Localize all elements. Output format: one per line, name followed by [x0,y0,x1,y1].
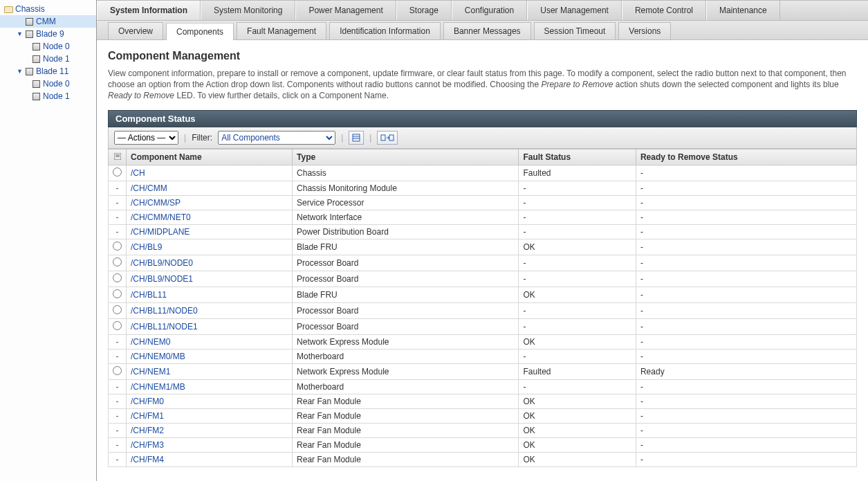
component-name-link[interactable]: /CH/BL9/NODE0 [127,255,293,271]
row-select[interactable] [109,318,127,334]
tree-label: Blade 11 [36,66,68,76]
cell-ready: - [636,408,856,423]
cell-type: Network Interface [293,210,519,224]
cell-fault: - [519,379,636,394]
component-name-link[interactable]: /CH/NEM0/MB [127,349,293,363]
component-name-link[interactable]: /CH/NEM1/MB [127,379,293,394]
component-name-link[interactable]: /CH/FM3 [127,437,293,452]
tree-item-node1[interactable]: Node 1 [0,53,96,65]
component-name-link[interactable]: /CH/BL9 [127,239,293,255]
expand-arrow-icon[interactable]: ▼ [17,30,24,37]
actions-select[interactable]: — Actions — [114,131,178,145]
cell-fault: - [519,181,636,195]
subtab-versions[interactable]: Versions [618,22,671,39]
row-select[interactable] [109,239,127,255]
cell-ready: - [636,181,856,195]
subtab-session-timeout[interactable]: Session Timeout [534,22,616,39]
tree-label: Blade 9 [36,29,64,39]
component-name-link[interactable]: /CH/BL9/NODE1 [127,271,293,287]
tab-system-information[interactable]: System Information [97,1,201,20]
tab-user-management[interactable]: User Management [527,1,622,20]
expand-arrow-icon[interactable]: ▼ [17,68,24,75]
cell-type: Motherboard [293,349,519,363]
tab-storage[interactable]: Storage [396,1,452,20]
columns-icon[interactable] [349,131,364,145]
separator: | [369,133,371,143]
component-name-link[interactable]: /CH/FM0 [127,394,293,408]
tree-root[interactable]: Chassis [0,3,96,15]
component-name-link[interactable]: /CH/FM2 [127,423,293,437]
top-tabs: System InformationSystem MonitoringPower… [97,0,868,21]
col-type[interactable]: Type [293,149,519,165]
col-name[interactable]: Component Name [127,149,293,165]
cell-fault: - [519,210,636,224]
server-icon [30,55,41,63]
cell-ready: - [636,349,856,363]
folder-icon [3,6,14,12]
row-select[interactable] [109,271,127,287]
subtab-fault-management[interactable]: Fault Management [237,22,326,39]
row-select[interactable] [109,287,127,302]
tab-maintenance[interactable]: Maintenance [706,1,780,20]
component-name-link[interactable]: /CH/BL11/NODE1 [127,318,293,334]
tree-item-node1[interactable]: Node 1 [0,90,96,102]
tree-item-blade11[interactable]: ▼Blade 11 [0,65,96,78]
subtab-banner-messages[interactable]: Banner Messages [443,22,531,39]
tree-item-blade9[interactable]: ▼Blade 9 [0,28,96,40]
tree-label: Node 1 [43,91,70,101]
tree-item-node0[interactable]: Node 0 [0,78,96,90]
subtab-components[interactable]: Components [166,23,234,40]
component-name-link[interactable]: /CH/BL11 [127,287,293,302]
component-name-link[interactable]: /CH/FM4 [127,452,293,466]
select-column-header[interactable] [109,149,127,165]
cell-fault: OK [519,394,636,408]
row-select: - [109,210,127,224]
filter-select[interactable]: All Components [218,131,335,145]
row-select[interactable] [109,302,127,318]
component-name-link[interactable]: /CH/CMM [127,181,293,195]
component-name-link[interactable]: /CH/CMM/SP [127,195,293,210]
component-name-link[interactable]: /CH [127,165,293,181]
table-row: -/CH/NEM0Network Express ModuleOK- [109,334,857,349]
cell-type: Rear Fan Module [293,437,519,452]
component-name-link[interactable]: /CH/MIDPLANE [127,224,293,239]
table-row: -/CH/FM0Rear Fan ModuleOK- [109,394,857,408]
row-select[interactable] [109,363,127,379]
subtab-overview[interactable]: Overview [108,22,163,39]
row-select[interactable] [109,255,127,271]
col-fault[interactable]: Fault Status [519,149,636,165]
row-select: - [109,452,127,466]
component-name-link[interactable]: /CH/NEM1 [127,363,293,379]
cell-fault: OK [519,408,636,423]
cell-ready: - [636,287,856,302]
row-select: - [109,181,127,195]
table-row: /CH/BL9/NODE0Processor Board-- [109,255,857,271]
cell-ready: - [636,452,856,466]
cell-type: Chassis Monitoring Module [293,181,519,195]
tree-item-node0[interactable]: Node 0 [0,40,96,53]
row-select: - [109,394,127,408]
tab-power-management[interactable]: Power Management [295,1,396,20]
subtab-identification-information[interactable]: Identification Information [329,22,441,39]
tab-configuration[interactable]: Configuration [452,1,527,20]
row-select[interactable] [109,165,127,181]
row-select: - [109,379,127,394]
table-row: /CHChassisFaulted- [109,165,857,181]
tab-system-monitoring[interactable]: System Monitoring [201,1,295,20]
cell-type: Rear Fan Module [293,423,519,437]
separator: | [341,133,343,143]
tree-label: Node 1 [43,54,70,64]
row-select: - [109,423,127,437]
tree-item-cmm[interactable]: CMM [0,15,96,28]
cell-ready: - [636,255,856,271]
col-ready[interactable]: Ready to Remove Status [636,149,856,165]
table-row: /CH/BL11Blade FRUOK- [109,287,857,302]
component-name-link[interactable]: /CH/BL11/NODE0 [127,302,293,318]
layout-icon[interactable] [377,131,398,145]
component-name-link[interactable]: /CH/NEM0 [127,334,293,349]
table-row: /CH/BL9/NODE1Processor Board-- [109,271,857,287]
component-name-link[interactable]: /CH/FM1 [127,408,293,423]
cell-fault: - [519,271,636,287]
tab-remote-control[interactable]: Remote Control [622,1,706,20]
component-name-link[interactable]: /CH/CMM/NET0 [127,210,293,224]
